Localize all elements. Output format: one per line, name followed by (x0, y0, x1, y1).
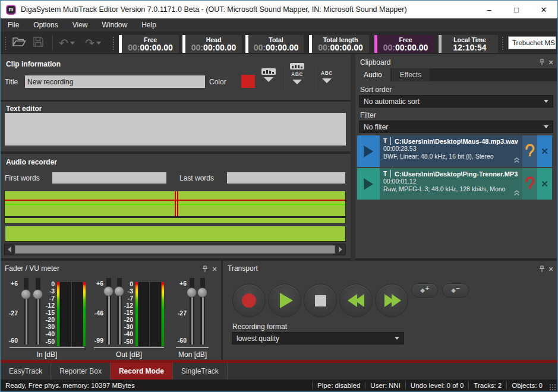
menu-options[interactable]: Options (26, 18, 65, 31)
filter-select[interactable]: No filter (359, 121, 553, 133)
vu-scale-tick: -20 (42, 317, 55, 323)
maximize-button[interactable]: □ (503, 1, 530, 18)
font-selector[interactable]: Trebuchet MS (508, 36, 556, 49)
menu-window[interactable]: Window (95, 18, 135, 31)
tab-singletrack[interactable]: SingleTrack (173, 363, 228, 380)
save-button[interactable] (33, 34, 44, 51)
add-marker-button[interactable]: ◆+ (411, 283, 438, 298)
record-waveform-main[interactable] (4, 191, 346, 217)
remove-marker-button[interactable]: ◆− (442, 283, 469, 298)
divider (285, 65, 285, 90)
fader-knob[interactable] (103, 286, 114, 296)
vu-scale-tick: -15 (42, 309, 55, 316)
level-bars-icon (261, 68, 276, 75)
play-button[interactable] (268, 284, 301, 317)
fader-knob[interactable] (21, 289, 31, 299)
tab-record-mode[interactable]: Record Mode (111, 363, 173, 380)
vu-meter-right (150, 282, 161, 346)
redo-caret-icon[interactable] (96, 42, 101, 45)
scroll-right-button[interactable] (336, 244, 345, 255)
minimize-button[interactable]: – (475, 1, 503, 18)
tab-reporter-box[interactable]: Reporter Box (51, 363, 111, 380)
tab-audio[interactable]: Audio (355, 68, 390, 81)
record-button[interactable] (232, 284, 266, 317)
menu-view[interactable]: View (65, 18, 95, 31)
clipboard-entry[interactable]: TC:\Users\nin\Desktop\Ping-Trenner.MP3 0… (357, 168, 552, 200)
record-icon (242, 293, 256, 308)
remove-clip-button[interactable]: ✕ (537, 135, 552, 167)
record-waveform-overview[interactable] (5, 226, 346, 242)
undo-button[interactable]: ↶ (59, 34, 75, 51)
tab-easytrack[interactable]: EasyTrack (1, 363, 51, 380)
clip-title-input[interactable] (25, 75, 205, 88)
first-words-label: First words (5, 174, 40, 182)
fader-slider-track[interactable] (24, 278, 29, 344)
prelisten-button[interactable] (522, 168, 537, 200)
fader-knob[interactable] (197, 287, 207, 298)
toolbar-grip[interactable] (502, 37, 504, 50)
text-editor-area[interactable] (5, 113, 346, 146)
stop-button[interactable] (304, 284, 337, 317)
clip-info[interactable]: TC:\Users\nin\Desktop\Maus-48.mp3.wav 00… (380, 135, 522, 167)
vu-scale-tick: -12 (42, 302, 55, 309)
pin-icon[interactable] (538, 58, 546, 67)
fader-scale-label: -99 (90, 337, 103, 344)
vu-scale-tick: -3 (42, 288, 55, 295)
toolbar-grip[interactable] (113, 37, 115, 50)
fader-knob[interactable] (187, 287, 197, 298)
fader-scale-label: -27 (5, 310, 18, 317)
status-bar: Ready, Free phys. memory: 10397 MBytes P… (1, 380, 557, 391)
fader-slider-track[interactable] (36, 278, 40, 344)
chevron-down-icon (544, 125, 548, 128)
display-mode-text-dropdown[interactable]: ABC (321, 71, 333, 83)
menu-help[interactable]: Help (134, 18, 163, 31)
clipboard-entry[interactable]: TC:\Users\nin\Desktop\Maus-48.mp3.wav 00… (357, 135, 552, 167)
clip-info[interactable]: TC:\Users\nin\Desktop\Ping-Trenner.MP3 0… (380, 168, 522, 200)
clip-information-title: Clip information (6, 60, 61, 68)
waveform-scrollbar[interactable] (4, 244, 346, 255)
close-icon[interactable]: ✕ (547, 58, 555, 67)
record-waveform-strip[interactable] (4, 217, 346, 224)
fader-scale-label: -27 (174, 310, 187, 317)
playback-cursor[interactable] (175, 191, 176, 216)
redo-button[interactable]: ↷ (85, 34, 101, 51)
title-bar: m DigaSystem MultiTrack Editor Version 7… (1, 1, 557, 18)
rewind-button[interactable] (339, 284, 373, 317)
scrollbar-thumb[interactable] (15, 245, 335, 254)
tab-effects[interactable]: Effects (392, 68, 430, 81)
close-icon[interactable]: ✕ (547, 265, 555, 273)
fast-forward-button[interactable] (375, 284, 408, 317)
sort-order-select[interactable]: No automatic sort (359, 95, 553, 108)
pin-icon[interactable] (201, 265, 209, 273)
display-mode-audio-text-dropdown[interactable]: ABC (290, 63, 304, 84)
clip-duration: 00:00:01.12 (383, 178, 520, 185)
undo-caret-icon[interactable] (70, 42, 75, 45)
collapse-chevron-icon[interactable] (513, 155, 521, 166)
fader-panel-title: Fader / VU meter (5, 264, 59, 273)
last-words-input[interactable] (227, 172, 345, 184)
marker-diamond-icon: ◆ (420, 287, 425, 293)
toolbar-grip[interactable] (5, 37, 7, 50)
collapse-chevron-icon[interactable] (513, 188, 521, 198)
folder-open-icon (12, 36, 26, 50)
vu-scale-tick: -15 (120, 309, 133, 316)
close-button[interactable]: ✕ (530, 1, 557, 18)
playback-cursor[interactable] (177, 191, 178, 216)
color-swatch[interactable] (241, 75, 255, 88)
open-button[interactable] (12, 34, 26, 51)
menu-file[interactable]: File (1, 18, 26, 31)
play-clip-button[interactable] (357, 168, 380, 200)
display-mode-audio-dropdown[interactable] (261, 68, 276, 82)
display-time: 00:00:00.00 (383, 43, 428, 52)
chevron-down-icon (395, 337, 399, 340)
remove-clip-button[interactable]: ✕ (537, 168, 552, 200)
first-words-input[interactable] (52, 172, 166, 184)
resize-grip[interactable] (548, 383, 556, 391)
recording-format-select[interactable]: lowest quality (232, 332, 404, 344)
close-icon[interactable]: ✕ (210, 265, 219, 273)
play-clip-button[interactable] (357, 135, 380, 167)
pin-icon[interactable] (538, 265, 546, 273)
prelisten-button[interactable] (522, 135, 537, 167)
scroll-left-button[interactable] (5, 244, 14, 255)
splitter-vertical[interactable] (351, 54, 355, 261)
